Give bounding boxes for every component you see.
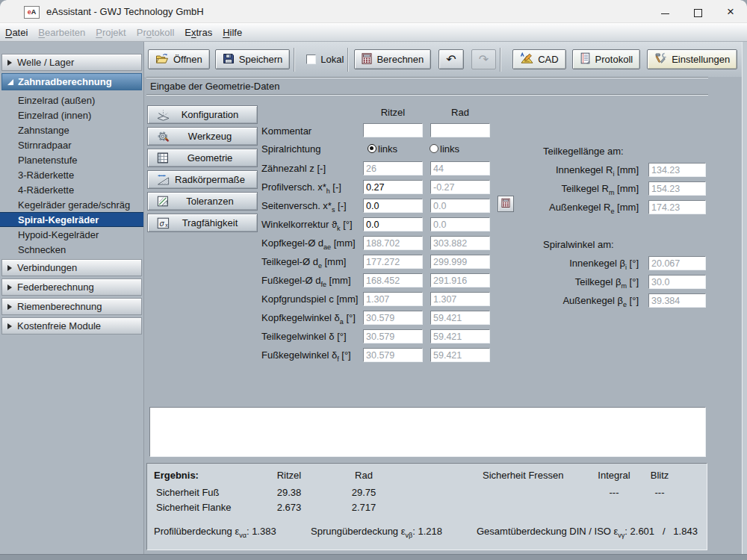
nav-button-label: Toleranzen (173, 196, 247, 207)
input-fusskegelwinkel-ritzel (363, 348, 423, 362)
input-teilkegelwinkel-rad (430, 329, 490, 343)
sidebar-item-schnecken[interactable]: Schnecken (0, 242, 143, 257)
input-teilkegel-d-ritzel (363, 255, 423, 269)
title-bar: eA eAssistant - GWJ Technology GmbH × (0, 0, 747, 23)
collapsed-triangle-icon (7, 60, 12, 66)
toolbar: ÖffnenSpeichernLokalBerechnen↶↷CADProtok… (144, 42, 747, 77)
nav-tragfaehigkeit-button[interactable]: σxTragfähigkeit (147, 214, 258, 232)
sidebar-section-kostenfreie-module[interactable]: Kostenfreie Module (1, 317, 142, 335)
geometry-grid-icon (152, 152, 173, 164)
einstellungen-button[interactable]: Einstellungen (647, 49, 737, 69)
sidebar-section-label: Federberechnung (17, 281, 94, 293)
nav-werkzeug-button[interactable]: Werkzeug (147, 127, 258, 146)
berechnen-button[interactable]: Berechnen (354, 49, 431, 69)
menu-item-bearbeiten: Bearbeiten (33, 27, 90, 38)
nav-button-label: Konfiguration (173, 109, 247, 120)
tool-gear-icon (152, 131, 173, 143)
sidebar-item-kegelraeder-gerade-schraeg[interactable]: Kegelräder gerade/schräg (0, 197, 143, 212)
sidebar-item-stirnradpaar[interactable]: Stirnradpaar (0, 137, 143, 152)
wheel-body-icon (152, 174, 173, 186)
minimize-button[interactable] (648, 0, 681, 23)
sidebar-section-label: Kostenfreie Module (17, 320, 101, 332)
sidebar-item-einzelrad-innen[interactable]: Einzelrad (innen) (0, 108, 143, 122)
result-sicherheit-fuss-rad: 29.75 (338, 487, 390, 498)
toolbar-separator (500, 48, 501, 72)
cad-button[interactable]: CAD (512, 49, 565, 69)
menu-item-hilfe[interactable]: Hilfe (217, 27, 247, 38)
oeffnen-button[interactable]: Öffnen (148, 49, 210, 69)
nav-button-label: Werkzeug (173, 131, 247, 142)
sidebar-item-einzelrad-aussen[interactable]: Einzelrad (außen) (0, 93, 143, 108)
result-blitz-value: --- (645, 487, 675, 498)
menu-item-datei[interactable]: Datei (0, 27, 33, 38)
navigation-sidebar: Welle / LagerZahnradberechnungEinzelrad … (0, 42, 144, 554)
nav-toleranzen-button[interactable]: Toleranzen (147, 192, 258, 211)
spiral-ritzel-radio[interactable] (368, 144, 376, 153)
close-button[interactable]: × (714, 0, 747, 23)
sidebar-section-welle-lager[interactable]: Welle / Lager (1, 54, 142, 71)
calculator-icon (362, 53, 372, 66)
menu-bar: DateiBearbeitenProjektProtokollExtrasHil… (0, 23, 747, 42)
input-kopfkegel-d-rad (430, 236, 490, 250)
sidebar-item-3-raederkette[interactable]: 3-Räderkette (0, 167, 143, 182)
input-innenkegel-i (648, 256, 706, 270)
svg-text:σ: σ (159, 219, 164, 227)
redo-arrow-icon: ↷ (479, 54, 489, 66)
results-col-integral: Integral (595, 470, 633, 481)
label-innenkegel-i: Innenkegel βi [°] (542, 258, 639, 271)
nav-button-label: Tragfähigkeit (173, 217, 247, 228)
label-teilkegel-r-m: Teilkegel Rm [mm] (542, 183, 639, 196)
nav-button-label: Radkörpermaße (173, 174, 247, 185)
nav-konfiguration-button[interactable]: Konfiguration (147, 105, 258, 124)
kommentar-ritzel-input[interactable] (363, 123, 423, 137)
sidebar-section-label: Welle / Lager (17, 57, 74, 68)
undo-arrow-icon: ↶ (446, 54, 456, 66)
label-kopfgrundspiel-c: Kopfgrundspiel c [mm] (261, 293, 358, 305)
nav-geometrie-button[interactable]: Geometrie (147, 149, 258, 167)
menu-item-extras[interactable]: Extras (179, 27, 217, 38)
label-fusskegelwinkel: Fußkegelwinkel δf [°] (261, 349, 351, 363)
protokoll-button[interactable]: Protokoll (572, 49, 641, 69)
undo-button[interactable]: ↶ (438, 49, 463, 69)
nav-radkoerpermasse-button[interactable]: Radkörpermaße (147, 170, 258, 189)
label-profilversch-x: Profilversch. x*h [-] (261, 181, 341, 195)
input-teilkegel-d-rad (430, 255, 490, 269)
results-col-fressen: Sicherheit Fressen (483, 470, 563, 481)
input-kopfgrundspiel-c-rad (430, 292, 490, 306)
sidebar-item-zahnstange[interactable]: Zahnstange (0, 122, 143, 137)
spiral-rad-radio[interactable] (430, 144, 438, 153)
sidebar-section-verbindungen[interactable]: Verbindungen (1, 259, 142, 276)
results-col-ritzel: Ritzel (259, 470, 319, 481)
label-winkelkorrektur: Winkelkorrektur ϑk [°] (261, 219, 353, 232)
sidebar-item-4-raederkette[interactable]: 4-Räderkette (0, 182, 143, 197)
sidebar-item-planetenstufe[interactable]: Planetenstufe (0, 152, 143, 167)
sidebar-item-hypoid-kegelraeder[interactable]: Hypoid-Kegelräder (0, 227, 143, 242)
sidebar-section-riemenberechnung[interactable]: Riemenberechnung (1, 298, 142, 315)
input-winkelkorrektur-ritzel[interactable] (363, 217, 423, 231)
expanded-triangle-icon (7, 79, 13, 85)
sidebar-section-label: Riemenberechnung (17, 301, 102, 312)
label-kopfkegel-d: Kopfkegel-Ø dae [mm] (261, 237, 356, 251)
speichern-button[interactable]: Speichern (215, 49, 291, 69)
input-seitenversch-x-ritzel[interactable] (363, 199, 423, 213)
section-header: Eingabe der Geometrie-Daten (146, 77, 708, 95)
menu-item-protokoll: Protokoll (131, 27, 180, 38)
einstellungen-button-label: Einstellungen (672, 54, 730, 65)
maximize-button[interactable] (681, 0, 714, 23)
lokal-checkbox-label: Lokal (320, 54, 344, 65)
spiral-rad-radio-label: links (440, 143, 459, 155)
sidebar-section-zahnradberechnung[interactable]: Zahnradberechnung (1, 73, 142, 90)
sidebar-section-federberechnung[interactable]: Federberechnung (1, 279, 142, 296)
lokal-checkbox[interactable] (306, 55, 316, 64)
label-teilkegel-d: Teilkegel-Ø de [mm] (261, 256, 346, 270)
sigma-icon: σx (152, 217, 173, 229)
group-title-teilkegellaenge-am: Teilkegellänge am: (543, 146, 624, 157)
label-teilkegel-m: Teilkegel βm [°] (542, 276, 639, 290)
input-profilversch-x-ritzel[interactable] (363, 180, 423, 194)
profilversch-calculator-button[interactable] (498, 196, 514, 212)
input-fusskegel-d-rad (430, 273, 490, 287)
kommentar-rad-input[interactable] (430, 123, 490, 137)
spiral-ritzel-radio-label: links (378, 143, 397, 155)
sidebar-item-spiral-kegelraeder[interactable]: Spiral-Kegelräder (0, 212, 143, 227)
kommentar-label: Kommentar (261, 125, 311, 137)
